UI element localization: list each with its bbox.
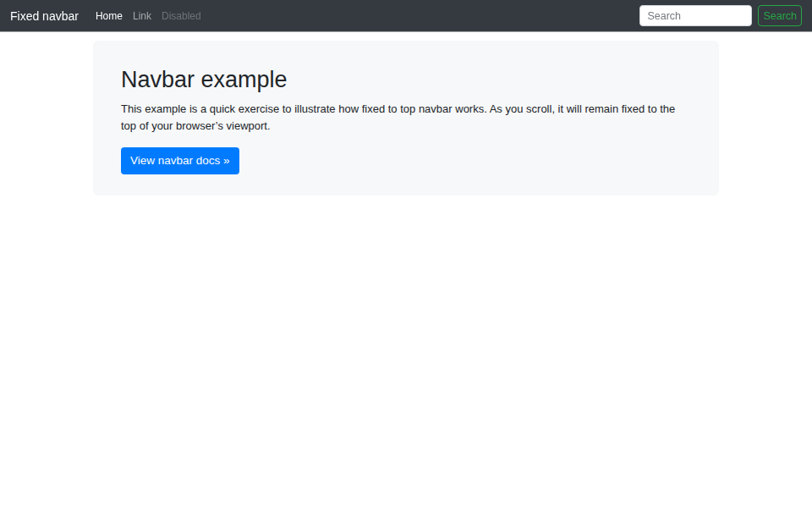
search-input[interactable] bbox=[639, 5, 752, 26]
navbar-nav: Home Link Disabled bbox=[91, 10, 206, 22]
navbar-search-form: Search bbox=[639, 5, 802, 26]
jumbotron-description: This example is a quick exercise to illu… bbox=[121, 101, 691, 134]
view-navbar-docs-button[interactable]: View navbar docs » bbox=[121, 147, 239, 174]
top-navbar: Fixed navbar Home Link Disabled Search bbox=[0, 0, 812, 31]
navbar-brand[interactable]: Fixed navbar bbox=[10, 9, 79, 23]
page-title: Navbar example bbox=[121, 66, 691, 93]
search-button[interactable]: Search bbox=[758, 5, 802, 26]
nav-item-disabled: Disabled bbox=[156, 10, 206, 22]
nav-item-home[interactable]: Home bbox=[91, 10, 128, 22]
jumbotron: Navbar example This example is a quick e… bbox=[93, 41, 719, 196]
nav-item-link[interactable]: Link bbox=[128, 10, 156, 22]
